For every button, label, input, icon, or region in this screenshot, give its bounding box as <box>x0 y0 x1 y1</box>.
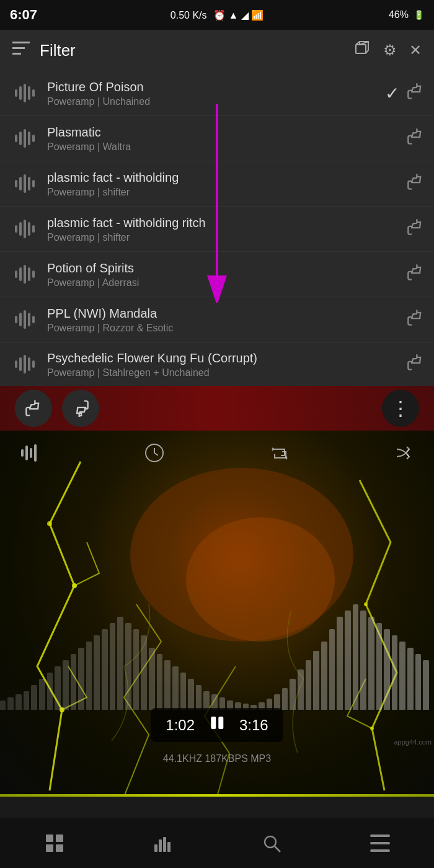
track-actions <box>407 128 424 149</box>
track-info: Psychedelic Flower Kung Fu (Corrupt) Pow… <box>47 350 402 378</box>
status-time: 6:07 <box>10 7 37 23</box>
track-info: plasmic fact - witholding Poweramp | shi… <box>47 169 402 198</box>
time-display: 1:02 3:16 <box>151 708 283 742</box>
pause-button[interactable] <box>207 713 227 737</box>
svg-rect-28 <box>154 844 157 852</box>
track-meta: Poweramp | shifter <box>47 187 402 198</box>
track-item[interactable]: plasmic fact - witholding Poweramp | shi… <box>0 161 434 207</box>
track-meta: Poweramp | Unchained <box>47 96 380 107</box>
svg-rect-1 <box>12 47 25 49</box>
player-controls-row <box>0 438 434 468</box>
track-list: Picture Of Poison Poweramp | Unchained ✓ <box>0 71 434 386</box>
track-name-potion-of-spirits: Potion of Spirits <box>47 260 402 276</box>
track-info: Potion of Spirits Poweramp | Aderrasi <box>47 260 402 289</box>
svg-rect-2 <box>12 53 21 55</box>
track-actions <box>407 309 424 330</box>
svg-rect-30 <box>163 837 166 852</box>
svg-rect-29 <box>159 839 162 852</box>
svg-rect-31 <box>167 842 170 852</box>
track-name: plasmic fact - witholding ritch <box>47 215 402 231</box>
nav-search-button[interactable] <box>247 825 296 862</box>
track-actions <box>407 264 424 285</box>
status-speed: 0.50 K/s ⏰ ▲ ◢ 📶 <box>170 9 264 21</box>
svg-rect-0 <box>12 42 30 43</box>
track-meta: Poweramp | Aderrasi <box>47 277 402 289</box>
track-waveform-icon <box>10 259 40 289</box>
player-clock-button[interactable] <box>140 438 169 468</box>
svg-rect-23 <box>218 717 223 729</box>
3d-box-button[interactable] <box>353 40 371 61</box>
filter-header-actions: ⚙ ✕ <box>353 40 422 61</box>
track-item-potion-of-spirits[interactable]: Potion of Spirits Poweramp | Aderrasi <box>0 252 434 297</box>
svg-rect-16 <box>25 445 28 460</box>
track-waveform-icon <box>10 349 40 379</box>
settings-button[interactable]: ⚙ <box>383 42 397 59</box>
track-item[interactable]: Picture Of Poison Poweramp | Unchained ✓ <box>0 71 434 116</box>
check-icon: ✓ <box>385 83 399 104</box>
more-options-button[interactable]: ⋮ <box>382 390 419 427</box>
filter-panel: Filter ⚙ ✕ <box>0 30 434 386</box>
track-name: plasmic fact - witholding <box>47 169 402 186</box>
nav-grid-button[interactable] <box>30 825 79 862</box>
thumb-up-icon[interactable] <box>407 128 424 149</box>
svg-rect-25 <box>56 834 63 842</box>
thumb-up-icon[interactable] <box>407 309 424 330</box>
track-actions: ✓ <box>385 83 424 104</box>
svg-point-13 <box>370 727 374 730</box>
track-name: Picture Of Poison <box>47 79 380 95</box>
close-button[interactable]: ✕ <box>409 42 422 59</box>
time-total: 3:16 <box>239 717 268 734</box>
player-shuffle-button[interactable] <box>389 438 419 468</box>
track-item[interactable]: Plasmatic Poweramp | Waltra <box>0 116 434 161</box>
svg-rect-24 <box>46 834 53 842</box>
filter-title: Filter <box>40 41 343 60</box>
track-name: PPL (NWI) Mandala <box>47 305 402 321</box>
player-repeat-button[interactable] <box>265 438 294 468</box>
thumb-down-button[interactable] <box>62 390 99 427</box>
svg-line-21 <box>154 453 158 455</box>
nav-equalizer-button[interactable] <box>138 825 188 862</box>
battery-icon: 46% <box>389 9 409 20</box>
track-actions <box>407 173 424 194</box>
svg-rect-26 <box>46 844 53 852</box>
player-waveform-button[interactable] <box>15 438 45 468</box>
svg-rect-35 <box>370 842 390 844</box>
svg-rect-15 <box>21 449 24 457</box>
svg-rect-27 <box>56 844 63 852</box>
track-item[interactable]: PPL (NWI) Mandala Poweramp | Rozzor & Es… <box>0 297 434 342</box>
thumb-up-icon[interactable] <box>407 264 424 285</box>
track-waveform-icon <box>10 123 40 153</box>
track-meta: Poweramp | shifter <box>47 232 402 243</box>
waveform-visualization <box>0 586 434 710</box>
thumb-up-icon[interactable] <box>407 83 424 104</box>
svg-rect-22 <box>211 717 216 729</box>
svg-rect-36 <box>370 849 390 852</box>
track-info: Plasmatic Poweramp | Waltra <box>47 124 402 153</box>
track-waveform-icon <box>10 169 40 199</box>
thumb-up-icon[interactable] <box>407 218 424 239</box>
filter-header: Filter ⚙ ✕ <box>0 30 434 71</box>
thumb-up-button[interactable] <box>15 390 52 427</box>
track-waveform-icon <box>10 305 40 334</box>
thumb-up-icon[interactable] <box>407 173 424 194</box>
track-actions <box>407 354 424 375</box>
player-area: 1:02 3:16 44.1KHZ 187KBPS MP3 appg44.com <box>0 431 434 797</box>
status-icons: 46% 🔋 <box>389 9 424 20</box>
track-name: Plasmatic <box>47 124 402 140</box>
track-item[interactable]: Psychedelic Flower Kung Fu (Corrupt) Pow… <box>0 342 434 386</box>
audio-info: 44.1KHZ 187KBPS MP3 <box>163 753 271 764</box>
yellow-border-bottom <box>0 794 434 797</box>
nav-menu-button[interactable] <box>355 825 405 862</box>
track-info: plasmic fact - witholding ritch Poweramp… <box>47 215 402 243</box>
svg-rect-17 <box>30 448 32 458</box>
track-info: PPL (NWI) Mandala Poweramp | Rozzor & Es… <box>47 305 402 334</box>
time-current: 1:02 <box>166 717 195 734</box>
bottom-controls-bar: ⋮ <box>0 386 434 431</box>
track-meta: Poweramp | Stahlregen + Unchained <box>47 367 402 378</box>
thumb-up-icon[interactable] <box>407 354 424 375</box>
battery-bar: 🔋 <box>414 10 424 20</box>
track-item[interactable]: plasmic fact - witholding ritch Poweramp… <box>0 207 434 252</box>
track-waveform-icon <box>10 78 40 108</box>
svg-rect-3 <box>356 45 366 53</box>
bottom-nav <box>0 818 434 868</box>
